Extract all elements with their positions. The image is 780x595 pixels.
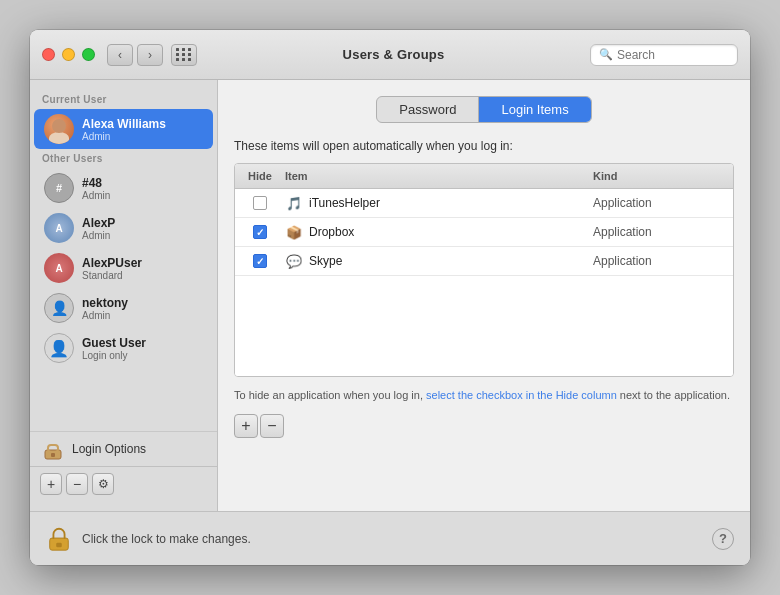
add-user-button[interactable]: +	[40, 473, 62, 495]
user-item-nektony[interactable]: 👤 nektony Admin	[34, 288, 213, 328]
checkbox-itunes[interactable]	[253, 196, 267, 210]
search-box[interactable]: 🔍	[590, 44, 738, 66]
titlebar: ‹ › Users & Groups 🔍	[30, 30, 750, 80]
cell-item-dropbox: 📦 Dropbox	[285, 223, 593, 241]
user-name-nektony: nektony	[82, 296, 128, 310]
col-header-kind: Kind	[593, 168, 733, 184]
avatar-nektony: 👤	[44, 293, 74, 323]
user-name-48: #48	[82, 176, 110, 190]
user-role-alexpuser: Standard	[82, 270, 142, 281]
sidebar: Current User Alexa Williams Admin Other …	[30, 80, 218, 511]
icon-itunes: 🎵	[285, 194, 303, 212]
user-item-guest[interactable]: 👤 Guest User Login only	[34, 328, 213, 368]
back-button[interactable]: ‹	[107, 44, 133, 66]
user-info-alexpuser: AlexPUser Standard	[82, 256, 142, 281]
grid-button[interactable]	[171, 44, 197, 66]
traffic-lights	[42, 48, 95, 61]
current-user-info: Alexa Williams Admin	[82, 117, 166, 142]
table-actions: + −	[234, 414, 734, 438]
maximize-button[interactable]	[82, 48, 95, 61]
remove-user-button[interactable]: −	[66, 473, 88, 495]
avatar-guest: 👤	[44, 333, 74, 363]
avatar-48: #	[44, 173, 74, 203]
alexpuser-initial: A	[55, 263, 62, 274]
alexp-initial: A	[55, 223, 62, 234]
checkbox-skype[interactable]	[253, 254, 267, 268]
tabs-row: Password Login Items	[234, 96, 734, 123]
avatar-alexpuser: A	[44, 253, 74, 283]
user-role-nektony: Admin	[82, 310, 128, 321]
table-row-dropbox: 📦 Dropbox Application	[235, 218, 733, 247]
col-header-item: Item	[285, 168, 593, 184]
nav-buttons: ‹ ›	[107, 44, 163, 66]
icon-skype: 💬	[285, 252, 303, 270]
hint-blue-text: select the checkbox in the Hide column	[426, 389, 617, 401]
user-role-alexp: Admin	[82, 230, 115, 241]
current-user-role: Admin	[82, 131, 166, 142]
hint-text: To hide an application when you log in, …	[234, 387, 734, 404]
other-users-label: Other Users	[30, 149, 217, 168]
search-input[interactable]	[617, 48, 729, 62]
user-name-alexp: AlexP	[82, 216, 115, 230]
gear-button[interactable]: ⚙	[92, 473, 114, 495]
cell-hide-dropbox	[235, 225, 285, 239]
lock-icon[interactable]	[46, 526, 72, 552]
help-button[interactable]: ?	[712, 528, 734, 550]
search-icon: 🔍	[599, 48, 613, 61]
table-header: Hide Item Kind	[235, 164, 733, 189]
forward-button[interactable]: ›	[137, 44, 163, 66]
login-items-table: Hide Item Kind 🎵 iTunesHelper Applicatio…	[234, 163, 734, 377]
user-item-alexpuser[interactable]: A AlexPUser Standard	[34, 248, 213, 288]
item-name-itunes: iTunesHelper	[309, 196, 380, 210]
empty-rows	[235, 276, 733, 376]
checkbox-dropbox[interactable]	[253, 225, 267, 239]
user-item-alexp[interactable]: A AlexP Admin	[34, 208, 213, 248]
tab-group: Password Login Items	[376, 96, 591, 123]
tab-login-items[interactable]: Login Items	[479, 97, 590, 122]
login-options-label: Login Options	[72, 442, 146, 456]
cell-kind-dropbox: Application	[593, 225, 733, 239]
user-role-guest: Login only	[82, 350, 146, 361]
lock-text: Click the lock to make changes.	[82, 532, 251, 546]
current-user-item[interactable]: Alexa Williams Admin	[34, 109, 213, 149]
tab-password[interactable]: Password	[377, 97, 479, 122]
cell-hide-itunes	[235, 196, 285, 210]
cell-kind-itunes: Application	[593, 196, 733, 210]
user-info-48: #48 Admin	[82, 176, 110, 201]
avatar-alexp: A	[44, 213, 74, 243]
avatar-alexa	[44, 114, 74, 144]
item-name-skype: Skype	[309, 254, 342, 268]
sidebar-actions: + − ⚙	[30, 466, 217, 501]
close-button[interactable]	[42, 48, 55, 61]
table-row-skype: 💬 Skype Application	[235, 247, 733, 276]
cell-item-skype: 💬 Skype	[285, 252, 593, 270]
user-info-alexp: AlexP Admin	[82, 216, 115, 241]
user-name-guest: Guest User	[82, 336, 146, 350]
right-panel: Password Login Items These items will op…	[218, 80, 750, 511]
window: ‹ › Users & Groups 🔍 Current User Alexa	[30, 30, 750, 565]
footer: Click the lock to make changes. ?	[30, 511, 750, 565]
cell-item-itunes: 🎵 iTunesHelper	[285, 194, 593, 212]
svg-rect-4	[56, 542, 62, 547]
minimize-button[interactable]	[62, 48, 75, 61]
add-item-button[interactable]: +	[234, 414, 258, 438]
window-title: Users & Groups	[197, 47, 590, 62]
description-text: These items will open automatically when…	[234, 139, 734, 153]
icon-dropbox: 📦	[285, 223, 303, 241]
table-row-ituneshelper: 🎵 iTunesHelper Application	[235, 189, 733, 218]
cell-hide-skype	[235, 254, 285, 268]
user-name-alexpuser: AlexPUser	[82, 256, 142, 270]
user-info-nektony: nektony Admin	[82, 296, 128, 321]
current-user-name: Alexa Williams	[82, 117, 166, 131]
main-content: Current User Alexa Williams Admin Other …	[30, 80, 750, 511]
user-item-48[interactable]: # #48 Admin	[34, 168, 213, 208]
remove-item-button[interactable]: −	[260, 414, 284, 438]
cell-kind-skype: Application	[593, 254, 733, 268]
col-header-hide: Hide	[235, 168, 285, 184]
svg-rect-2	[51, 453, 55, 457]
login-options-item[interactable]: Login Options	[30, 431, 217, 466]
item-name-dropbox: Dropbox	[309, 225, 354, 239]
login-options-icon	[42, 438, 64, 460]
current-user-label: Current User	[30, 90, 217, 109]
user-info-guest: Guest User Login only	[82, 336, 146, 361]
